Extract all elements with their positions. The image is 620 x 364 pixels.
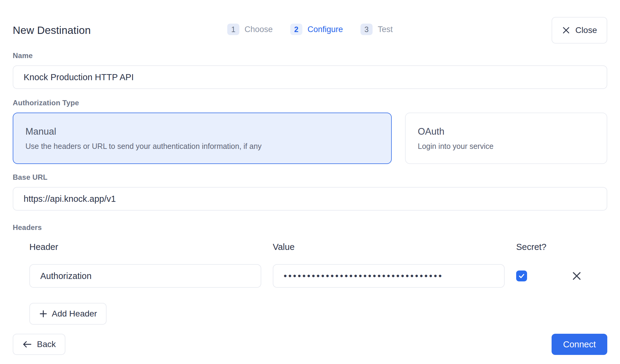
- checkmark-icon: [518, 272, 525, 280]
- auth-option-title: Manual: [25, 126, 379, 137]
- page-title: New Destination: [13, 24, 91, 36]
- stepper: 1 Choose 2 Configure 3 Test: [227, 24, 393, 35]
- base-url-input[interactable]: [13, 187, 607, 211]
- name-input[interactable]: [13, 65, 607, 89]
- add-header-label: Add Header: [52, 309, 97, 319]
- name-label: Name: [13, 51, 607, 60]
- auth-option-description: Login into your service: [418, 142, 595, 151]
- column-header-secret: Secret?: [516, 242, 552, 252]
- column-header-header: Header: [29, 242, 261, 252]
- connect-button[interactable]: Connect: [552, 334, 607, 355]
- authorization-type-options: Manual Use the headers or URL to send yo…: [13, 113, 607, 164]
- stepper-step-configure[interactable]: 2 Configure: [290, 24, 343, 35]
- header-row: [29, 264, 607, 288]
- header-name-input[interactable]: [29, 264, 261, 288]
- auth-option-oauth[interactable]: OAuth Login into your service: [405, 113, 607, 164]
- step-label: Choose: [245, 25, 273, 34]
- auth-option-title: OAuth: [418, 126, 595, 137]
- auth-option-manual[interactable]: Manual Use the headers or URL to send yo…: [13, 113, 392, 164]
- header-value-input[interactable]: [273, 264, 505, 288]
- close-button-label: Close: [575, 25, 597, 35]
- headers-column-row: Header Value Secret?: [29, 242, 607, 252]
- headers-table: Header Value Secret?: [13, 242, 607, 288]
- stepper-step-test[interactable]: 3 Test: [361, 24, 393, 35]
- arrow-left-icon: [22, 340, 32, 349]
- delete-x-icon: [571, 270, 582, 282]
- secret-checkbox[interactable]: [516, 271, 527, 281]
- dialog-header: New Destination 1 Choose 2 Configure 3 T…: [13, 17, 607, 44]
- add-header-button[interactable]: Add Header: [29, 303, 107, 325]
- step-number-badge: 3: [361, 24, 373, 35]
- delete-header-button[interactable]: [569, 269, 584, 283]
- secret-cell: [516, 271, 552, 281]
- column-header-value: Value: [273, 242, 505, 252]
- step-label: Test: [378, 25, 393, 34]
- base-url-label: Base URL: [13, 173, 607, 182]
- close-button[interactable]: Close: [552, 17, 607, 44]
- headers-section-label: Headers: [13, 223, 607, 232]
- authorization-type-label: Authorization Type: [13, 99, 607, 107]
- new-destination-dialog: New Destination 1 Choose 2 Configure 3 T…: [0, 0, 620, 364]
- auth-option-description: Use the headers or URL to send your auth…: [25, 142, 379, 151]
- back-button-label: Back: [37, 339, 56, 349]
- step-label: Configure: [308, 25, 343, 34]
- step-number-badge: 2: [290, 24, 302, 35]
- stepper-step-choose[interactable]: 1 Choose: [227, 24, 273, 35]
- back-button[interactable]: Back: [13, 334, 65, 355]
- plus-icon: [39, 310, 48, 318]
- close-icon: [562, 26, 570, 34]
- step-number-badge: 1: [227, 24, 239, 35]
- dialog-footer: Back Connect: [13, 334, 607, 355]
